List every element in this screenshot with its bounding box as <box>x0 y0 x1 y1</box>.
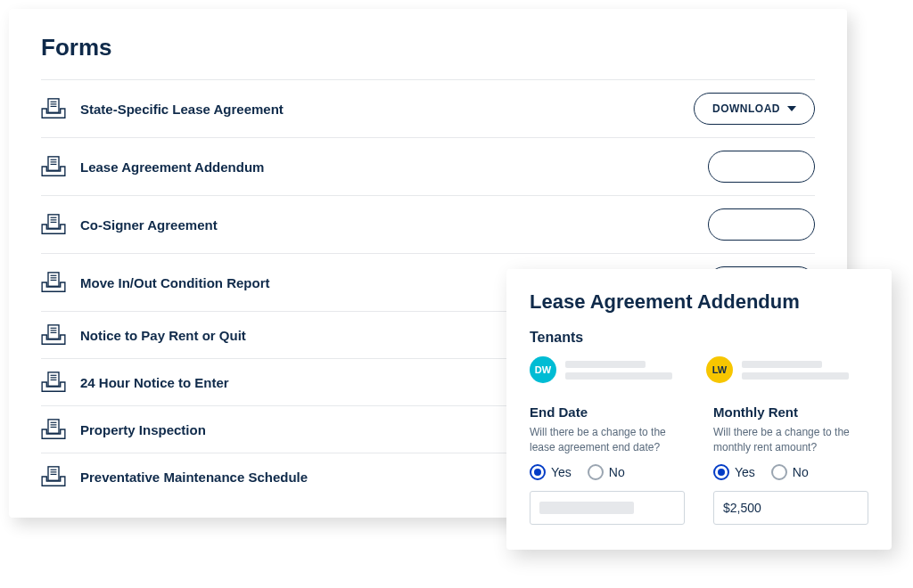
download-button[interactable]: DOWNLOAD <box>694 93 815 125</box>
radio-icon <box>588 464 604 480</box>
monthly-rent-value: $2,500 <box>723 501 761 515</box>
placeholder-icon <box>565 372 672 380</box>
monthly-rent-radio-group: Yes No <box>713 464 868 480</box>
document-tray-icon <box>41 372 66 393</box>
monthly-rent-no-radio[interactable]: No <box>771 464 809 480</box>
tenants-heading: Tenants <box>530 330 868 346</box>
form-label: Co-Signer Agreement <box>80 217 708 233</box>
svg-rect-16 <box>48 325 59 339</box>
end-date-input[interactable] <box>530 491 685 525</box>
placeholder-icon <box>565 361 646 368</box>
monthly-rent-yes-radio[interactable]: Yes <box>713 464 755 480</box>
form-row: State-Specific Lease AgreementDOWNLOAD <box>41 79 815 137</box>
tenant-placeholder <box>565 361 672 380</box>
document-tray-icon <box>41 272 66 293</box>
placeholder-block <box>539 502 634 514</box>
svg-rect-24 <box>48 420 59 433</box>
document-tray-icon <box>41 466 66 487</box>
monthly-rent-input[interactable]: $2,500 <box>713 491 868 525</box>
document-tray-icon <box>41 156 66 177</box>
tenant-placeholder <box>742 361 849 380</box>
svg-rect-4 <box>48 157 59 170</box>
monthly-rent-subtext: Will there be a change to the monthly re… <box>713 425 868 455</box>
forms-title: Forms <box>41 34 815 61</box>
svg-rect-12 <box>48 273 59 286</box>
action-button[interactable] <box>708 208 815 241</box>
lease-addendum-modal: Lease Agreement Addendum Tenants DW LW E… <box>506 269 892 550</box>
end-date-radio-group: Yes No <box>530 464 685 480</box>
end-date-subtext: Will there be a change to the lease agre… <box>530 425 685 455</box>
svg-rect-20 <box>48 372 59 386</box>
monthly-rent-col: Monthly Rent Will there be a change to t… <box>713 404 868 525</box>
radio-label: Yes <box>735 465 755 479</box>
monthly-rent-heading: Monthly Rent <box>713 404 868 420</box>
radio-icon <box>530 464 546 480</box>
end-date-col: End Date Will there be a change to the l… <box>530 404 685 525</box>
radio-icon <box>771 464 787 480</box>
radio-label: No <box>793 465 809 479</box>
form-row: Lease Agreement Addendum <box>41 137 815 195</box>
end-date-heading: End Date <box>530 404 685 420</box>
form-label: State-Specific Lease Agreement <box>80 102 694 117</box>
document-tray-icon <box>41 419 66 440</box>
radio-label: Yes <box>551 465 572 479</box>
tenant-item: DW <box>530 356 672 383</box>
document-tray-icon <box>41 98 66 119</box>
modal-title: Lease Agreement Addendum <box>530 290 868 314</box>
tenants-row: DW LW <box>530 356 868 383</box>
svg-rect-0 <box>48 99 59 112</box>
document-tray-icon <box>41 214 66 235</box>
svg-rect-28 <box>48 467 59 480</box>
end-date-yes-radio[interactable]: Yes <box>530 464 572 480</box>
form-label: Lease Agreement Addendum <box>80 159 708 175</box>
avatar: LW <box>706 356 733 383</box>
svg-rect-8 <box>48 215 59 228</box>
tenant-item: LW <box>706 356 849 383</box>
avatar: DW <box>530 356 556 383</box>
document-tray-icon <box>41 324 66 346</box>
questions-row: End Date Will there be a change to the l… <box>530 404 868 525</box>
action-button[interactable] <box>708 151 815 183</box>
form-row: Co-Signer Agreement <box>41 195 815 253</box>
end-date-no-radio[interactable]: No <box>588 464 625 480</box>
placeholder-icon <box>742 361 822 368</box>
radio-icon <box>713 464 729 480</box>
placeholder-icon <box>742 372 849 380</box>
download-label: DOWNLOAD <box>712 102 780 115</box>
radio-label: No <box>609 465 625 479</box>
caret-down-icon <box>787 106 796 111</box>
